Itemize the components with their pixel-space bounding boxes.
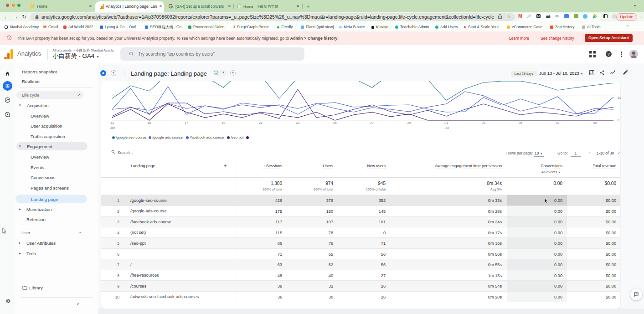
svg-text:?: ? <box>608 52 610 57</box>
